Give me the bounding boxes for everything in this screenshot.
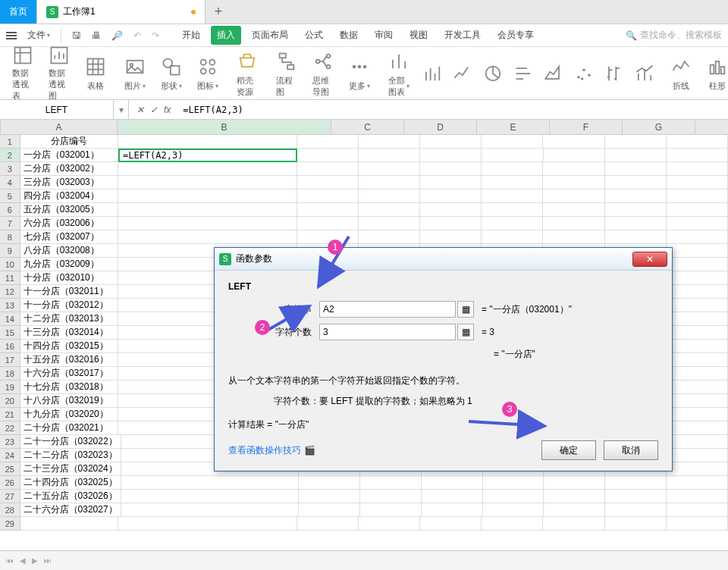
cell[interactable] — [359, 149, 420, 162]
cell[interactable]: 十七分店（032018） — [20, 381, 118, 394]
cell[interactable] — [667, 149, 728, 162]
range-select-button[interactable]: ▦ — [457, 324, 474, 340]
cell[interactable]: 二十五分店（032026） — [20, 490, 121, 503]
row-header[interactable]: 15 — [0, 326, 20, 340]
row-header[interactable]: 11 — [0, 271, 20, 285]
cell[interactable] — [667, 381, 728, 394]
ribbon-tab-8[interactable]: 会员专享 — [491, 26, 540, 45]
cell[interactable]: 六分店（032006） — [20, 217, 118, 230]
cell[interactable] — [482, 217, 543, 230]
cell[interactable] — [482, 162, 543, 176]
dialog-titlebar[interactable]: S 函数参数 ✕ — [215, 248, 672, 271]
cell[interactable] — [118, 217, 297, 230]
cell[interactable] — [20, 517, 118, 531]
cell[interactable] — [605, 135, 667, 149]
row-header[interactable]: 16 — [0, 340, 20, 353]
mindmap-button[interactable]: 思维导图 — [305, 47, 341, 99]
cell[interactable] — [543, 230, 604, 244]
column-header[interactable]: B — [118, 120, 331, 135]
cell[interactable] — [605, 149, 667, 162]
row-header[interactable]: 23 — [0, 435, 20, 449]
cell[interactable] — [297, 135, 359, 149]
name-box-dropdown[interactable]: ▾ — [114, 100, 129, 119]
cell[interactable] — [420, 189, 482, 203]
icon-button[interactable]: 图标▾ — [190, 47, 226, 99]
cell[interactable] — [482, 176, 543, 189]
cell[interactable] — [543, 189, 604, 203]
all-charts-button[interactable]: 全部图表▾ — [381, 47, 417, 99]
cell[interactable] — [605, 503, 667, 517]
cell[interactable]: 十五分店（032016） — [20, 353, 118, 367]
cell[interactable] — [482, 189, 543, 203]
cell[interactable] — [121, 476, 299, 490]
cell[interactable] — [667, 421, 728, 435]
column-header[interactable]: D — [404, 120, 477, 135]
save-icon[interactable]: 🖫 — [72, 30, 81, 41]
cell[interactable] — [420, 149, 482, 162]
cell[interactable] — [359, 162, 420, 176]
cell[interactable] — [422, 490, 483, 503]
fx-icon[interactable]: fx — [164, 105, 171, 115]
cell[interactable] — [667, 189, 728, 203]
cell[interactable] — [420, 217, 482, 230]
cell[interactable] — [605, 203, 667, 217]
cell[interactable] — [667, 503, 728, 517]
cell[interactable] — [299, 490, 360, 503]
cell[interactable] — [667, 135, 728, 149]
undo-icon[interactable]: ↶ — [133, 30, 141, 41]
cell[interactable] — [667, 299, 728, 312]
row-header[interactable]: 13 — [0, 299, 20, 312]
chart-type-6[interactable] — [569, 47, 599, 99]
cell[interactable] — [544, 149, 605, 162]
cell[interactable] — [667, 353, 728, 367]
shape-button[interactable]: 形状▾ — [153, 47, 190, 99]
cell[interactable] — [482, 135, 543, 149]
sparkline-line-button[interactable]: 折线 — [663, 47, 699, 99]
chart-type-3[interactable] — [478, 47, 508, 99]
cell[interactable] — [118, 162, 297, 176]
cell[interactable]: 二十一分店（032022） — [20, 435, 121, 449]
cell[interactable] — [118, 230, 297, 244]
cell[interactable] — [118, 517, 297, 531]
cell[interactable]: 八分店（032008） — [20, 244, 118, 258]
redo-icon[interactable]: ↷ — [152, 30, 159, 41]
cell[interactable] — [483, 503, 544, 517]
cell[interactable] — [544, 490, 605, 503]
ok-button[interactable]: 确定 — [541, 440, 596, 460]
cell[interactable] — [667, 285, 728, 299]
cell[interactable] — [420, 230, 482, 244]
chart-type-4[interactable] — [508, 47, 538, 99]
cell[interactable] — [667, 312, 728, 326]
cell[interactable] — [360, 490, 422, 503]
cell[interactable]: 二分店（032002） — [20, 162, 118, 176]
ribbon-tab-1[interactable]: 插入 — [211, 26, 241, 45]
row-header[interactable]: 3 — [0, 162, 20, 176]
cell[interactable] — [360, 476, 422, 490]
cell[interactable] — [360, 503, 422, 517]
column-header[interactable]: C — [331, 120, 404, 135]
column-header[interactable]: E — [477, 120, 550, 135]
ribbon-tab-3[interactable]: 公式 — [299, 26, 329, 45]
row-header[interactable]: 20 — [0, 394, 20, 408]
cell[interactable] — [667, 217, 728, 230]
cell[interactable] — [667, 326, 728, 340]
param1-input[interactable] — [319, 301, 456, 318]
row-header[interactable]: 12 — [0, 285, 20, 299]
cell[interactable] — [121, 490, 299, 503]
cell[interactable] — [359, 217, 420, 230]
cell[interactable]: 十二分店（032013） — [20, 312, 118, 326]
row-header[interactable]: 26 — [0, 476, 20, 490]
cell[interactable] — [605, 230, 667, 244]
cell[interactable] — [543, 176, 604, 189]
row-header[interactable]: 10 — [0, 258, 20, 271]
ribbon-tab-5[interactable]: 审阅 — [369, 26, 399, 45]
cell[interactable] — [359, 189, 420, 203]
column-header[interactable]: A — [1, 120, 118, 135]
cell[interactable]: 二十六分店（032027） — [20, 503, 121, 517]
cell[interactable] — [482, 203, 543, 217]
row-header[interactable]: 27 — [0, 490, 20, 503]
cell[interactable] — [667, 271, 728, 285]
row-header[interactable]: 19 — [0, 381, 20, 394]
cell[interactable] — [543, 203, 604, 217]
cell[interactable] — [543, 162, 604, 176]
